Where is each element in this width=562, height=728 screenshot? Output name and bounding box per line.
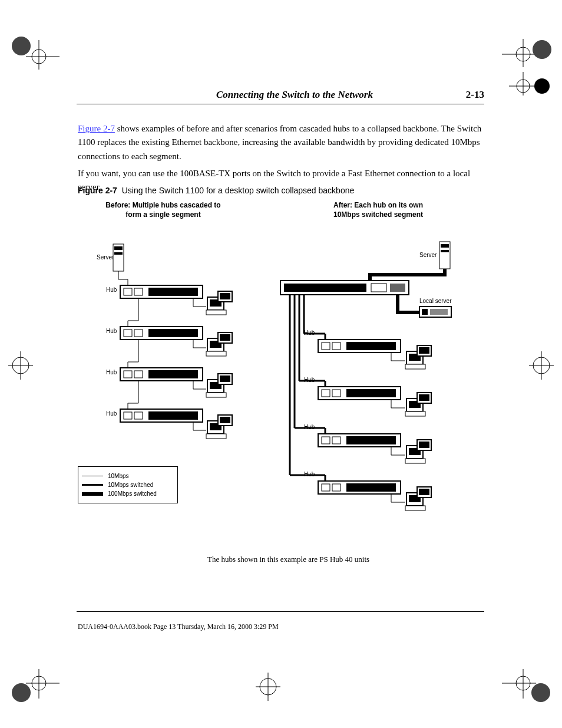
label-right-server: Server — [419, 252, 437, 258]
right-hub-1 — [304, 334, 431, 369]
legend-line-thin-icon — [82, 476, 103, 476]
svg-point-18 — [12, 683, 31, 702]
legend-item-thick: 100Mbps switched — [82, 490, 173, 497]
hub-group-3 — [120, 368, 232, 397]
svg-rect-107 — [332, 342, 340, 350]
svg-rect-147 — [346, 483, 396, 492]
print-meta: DUA1694-0AAA03.book Page 13 Thursday, Ma… — [78, 622, 279, 631]
left-diagram: Server Hub Hub Hub Hub — [78, 224, 249, 486]
svg-rect-47 — [148, 329, 198, 337]
svg-rect-68 — [134, 412, 143, 419]
svg-rect-137 — [405, 459, 425, 463]
page-number-top: 2-13 — [466, 89, 484, 101]
label-left-hub-4: Hub — [106, 410, 117, 417]
svg-rect-31 — [114, 246, 123, 250]
svg-rect-119 — [322, 390, 330, 397]
svg-rect-41 — [220, 293, 230, 299]
regmark-bottom-left — [9, 663, 62, 704]
svg-rect-95 — [390, 284, 405, 292]
svg-rect-46 — [134, 330, 143, 337]
svg-rect-113 — [419, 347, 429, 354]
rule-bottom — [77, 611, 484, 612]
right-column-heading: After: Each hub on its own 10Mbps switch… — [333, 201, 423, 219]
svg-rect-36 — [148, 288, 198, 296]
svg-rect-90 — [441, 244, 449, 248]
svg-rect-56 — [124, 371, 132, 378]
svg-rect-67 — [124, 412, 132, 419]
server-icon — [439, 242, 450, 269]
svg-rect-45 — [124, 330, 132, 337]
svg-rect-106 — [322, 342, 330, 350]
right-hub-3 — [295, 428, 431, 463]
svg-rect-34 — [124, 288, 132, 295]
svg-rect-133 — [332, 437, 340, 444]
svg-rect-120 — [332, 390, 340, 397]
rule-top — [77, 104, 484, 104]
right-hub-2 — [299, 381, 431, 416]
hub-group-1 — [120, 285, 232, 315]
right-diagram: Server Switch 1100 Local server Hub Hub … — [272, 224, 484, 545]
legend: 10Mbps 10Mbps switched 100Mbps switched — [78, 466, 178, 503]
svg-point-25 — [531, 683, 550, 702]
svg-rect-74 — [220, 417, 230, 423]
svg-point-0 — [12, 37, 31, 55]
svg-rect-108 — [346, 342, 396, 350]
figure-link[interactable]: Figure 2-7 — [78, 124, 115, 133]
label-left-hub-2: Hub — [106, 328, 117, 334]
svg-rect-111 — [405, 364, 425, 369]
svg-rect-124 — [405, 411, 425, 416]
svg-rect-150 — [405, 506, 425, 510]
regmark-top-left — [9, 34, 62, 75]
svg-rect-134 — [346, 436, 396, 444]
svg-rect-63 — [220, 375, 230, 382]
svg-rect-57 — [134, 371, 143, 378]
svg-rect-94 — [371, 284, 386, 292]
label-left-hub-3: Hub — [106, 369, 117, 375]
svg-rect-146 — [332, 484, 340, 491]
paragraph-1: Figure 2-7 shows examples of before and … — [78, 122, 484, 163]
svg-rect-121 — [346, 389, 396, 397]
server-icon — [113, 244, 124, 271]
figure-footnote: The hubs shown in this example are PS Hu… — [207, 555, 369, 564]
svg-rect-93 — [284, 284, 366, 292]
label-left-hub-1: Hub — [106, 286, 117, 293]
legend-item-med: 10Mbps switched — [82, 482, 173, 488]
hub-group-2 — [120, 327, 232, 356]
svg-rect-126 — [419, 394, 429, 401]
svg-rect-69 — [148, 411, 198, 420]
regmark-bottom-midleft — [253, 669, 283, 704]
svg-point-7 — [533, 40, 551, 59]
svg-rect-98 — [430, 309, 448, 315]
left-column-heading: Before: Multiple hubs cascaded to form a… — [105, 201, 220, 219]
svg-rect-35 — [134, 288, 143, 295]
label-right-localserver: Local server — [419, 298, 452, 304]
svg-rect-139 — [419, 442, 429, 448]
svg-rect-32 — [114, 252, 123, 255]
svg-rect-91 — [441, 250, 449, 252]
svg-rect-39 — [206, 310, 226, 315]
legend-line-thick-icon — [82, 492, 103, 496]
section-heading: Connecting the Switch to the Network — [216, 89, 373, 101]
hub-group-4 — [120, 409, 232, 439]
svg-rect-132 — [322, 437, 330, 444]
svg-rect-50 — [206, 351, 226, 356]
right-hub-4 — [290, 475, 431, 510]
label-left-server: Server — [97, 254, 114, 261]
regmark-bottom-right — [500, 663, 553, 704]
regmark-mid-left — [6, 348, 35, 383]
svg-rect-152 — [419, 489, 429, 495]
svg-rect-52 — [220, 334, 230, 341]
svg-rect-72 — [206, 434, 226, 439]
legend-line-med-icon — [82, 484, 103, 486]
regmark-mid-right — [527, 348, 556, 383]
svg-rect-97 — [422, 309, 428, 315]
regmark-top-right — [500, 34, 553, 99]
legend-item-thin: 10Mbps — [82, 473, 173, 479]
switch-icon — [280, 281, 409, 295]
svg-rect-145 — [322, 484, 330, 491]
local-server-icon — [419, 307, 451, 317]
figure-caption: Figure 2-7 Using the Switch 1100 for a d… — [78, 186, 484, 195]
svg-rect-58 — [148, 370, 198, 378]
svg-rect-61 — [206, 393, 226, 397]
